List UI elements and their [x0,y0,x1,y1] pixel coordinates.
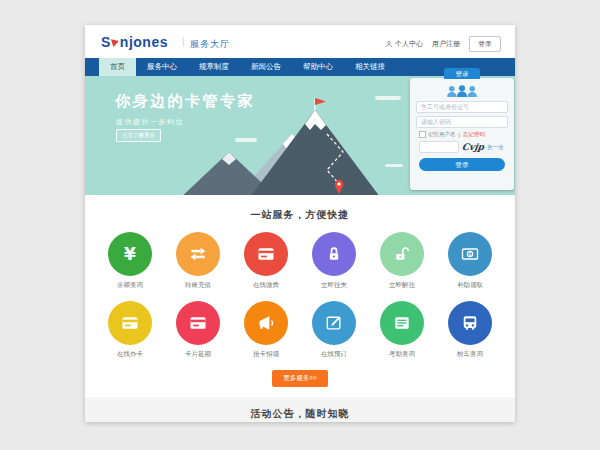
password-input[interactable] [416,116,508,128]
service-item-found-card[interactable]: 拾卡招领 [232,301,300,359]
bank-card-icon [108,301,152,345]
edit-icon [312,301,356,345]
logo-text-right: njones [120,34,168,50]
captcha-refresh-link[interactable]: 换一张 [487,144,504,151]
site-header: Snjones | 服务大厅 个人中心 用户注册 登录 [85,25,515,58]
unlock-icon [380,232,424,276]
service-item-report-loss[interactable]: 立即挂失 [300,232,368,290]
username-input[interactable] [416,101,508,113]
service-item-pay-online[interactable]: 在线缴费 [232,232,300,290]
captcha-image[interactable]: Cvjp [461,142,484,152]
service-item-subsidy[interactable]: $ 补助领取 [436,232,504,290]
captcha-row: Cvjp 换一张 [419,141,505,153]
service-item-online-booking[interactable]: 在线预订 [300,301,368,359]
summit-flag-icon [315,98,326,105]
yen-balance-icon: ¥ [108,232,152,276]
users-group-icon [445,85,479,98]
nav-item-rules[interactable]: 规章制度 [188,58,240,76]
login-tab[interactable]: 登录 [444,68,480,79]
nav-item-home[interactable]: 首页 [99,58,136,76]
login-submit-button[interactable]: 登录 [419,158,505,171]
announcements-section: 活动公告，随时知晓 使用动态 最新公告 更多>> 使用指南 更多>> [85,397,515,422]
portal-title: 服务大厅 [190,38,230,51]
options-separator: | [459,132,460,138]
logo-text-left: S [101,34,111,50]
banknote-icon: $ [448,232,492,276]
hero-cta-button[interactable]: 点击了解更多 [116,129,161,142]
lock-icon [312,232,356,276]
list-icon [380,301,424,345]
hero-subtitle: 提供捷径一步到位 [116,117,184,127]
svg-text:$: $ [468,251,471,257]
login-options-row: 记住用户名 | 忘记密码 [419,131,505,138]
announcements-title: 活动公告，随时知晓 [85,407,515,421]
nav-item-help-center[interactable]: 帮助中心 [292,58,344,76]
remember-label: 记住用户名 [428,131,456,138]
bank-card-icon [176,301,220,345]
services-grid: ¥ 余额查询 转账充值 在线缴费 立即挂失 [96,232,504,359]
remember-checkbox[interactable] [419,131,426,138]
service-item-transfer[interactable]: 转账充值 [164,232,232,290]
megaphone-icon [244,301,288,345]
bank-card-icon [244,232,288,276]
forgot-password-link[interactable]: 忘记密码 [463,131,485,138]
nav-item-news[interactable]: 新闻公告 [240,58,292,76]
login-panel: 登录 记住用户名 | 忘记密码 Cvjp 换一张 登录 [410,78,514,190]
nav-item-related-links[interactable]: 相关链接 [344,58,396,76]
service-item-attendance[interactable]: 考勤查询 [368,301,436,359]
logo-arrow-icon [111,37,120,47]
captcha-input[interactable] [419,141,459,153]
service-item-apply-card[interactable]: 在线办卡 [96,301,164,359]
header-login-button[interactable]: 登录 [469,36,501,52]
service-item-balance[interactable]: ¥ 余额查询 [96,232,164,290]
logo-divider: | [182,36,185,47]
user-icon [385,40,393,48]
bus-icon [448,301,492,345]
transfer-arrows-icon [176,232,220,276]
mountain-illustration [177,88,407,195]
service-item-unreport-loss[interactable]: 立即解挂 [368,232,436,290]
header-utility-links: 个人中心 用户注册 登录 [385,36,501,52]
more-services-button[interactable]: 更多服务>> [272,370,328,387]
services-title: 一站服务，方便快捷 [85,208,515,222]
user-register-link[interactable]: 用户注册 [432,39,460,49]
service-item-card-renewal[interactable]: 卡片延期 [164,301,232,359]
synjones-logo[interactable]: Snjones [101,34,168,50]
personal-center-link[interactable]: 个人中心 [385,39,423,49]
service-item-school-bus[interactable]: 校车查询 [436,301,504,359]
nav-item-service-center[interactable]: 服务中心 [136,58,188,76]
portal-page: Snjones | 服务大厅 个人中心 用户注册 登录 首页 服务中心 规章制度… [85,25,515,422]
services-section: 一站服务，方便快捷 ¥ 余额查询 转账充值 在线缴费 [85,195,515,387]
